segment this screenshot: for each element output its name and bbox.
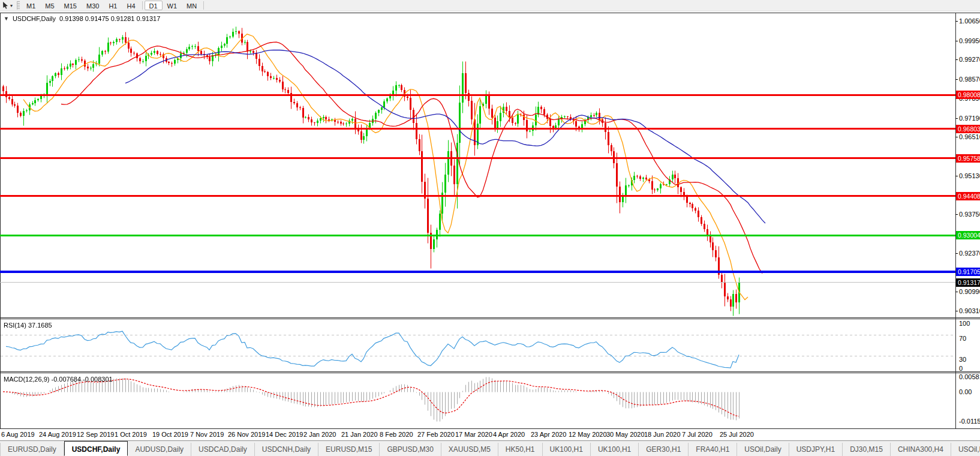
date-axis-label: 7 Jul 2020 <box>682 431 713 438</box>
level-price-badge: 0.91705 <box>956 268 980 276</box>
date-axis-label: 23 Apr 2020 <box>531 431 566 438</box>
date-axis-label: 12 May 2020 <box>569 431 607 438</box>
toolbar-separator <box>203 1 204 10</box>
date-axis-label: 25 Jul 2020 <box>720 431 754 438</box>
price-pane-bottom-border <box>0 317 980 318</box>
horizontal-level-line[interactable] <box>0 94 955 96</box>
horizontal-level-line[interactable] <box>0 271 955 273</box>
price-axis-tick-label: 0.98570 <box>959 76 980 83</box>
chart-tab-fra40-h1[interactable]: FRA40,H1 <box>689 443 737 456</box>
level-price-badge: 0.95758 <box>956 154 980 163</box>
timeframe-button-m1[interactable]: M1 <box>22 1 40 10</box>
horizontal-level-line[interactable] <box>0 235 955 236</box>
current-price-line[interactable] <box>0 282 955 283</box>
price-axis-tick-label: 0.99270 <box>959 56 980 63</box>
timeframe-buttons: M1M5M15M30H1H4D1W1MN <box>22 1 206 10</box>
chart-symbol-label: USDCHF,Daily <box>13 15 56 22</box>
price-axis-tick-label: 0.95130 <box>959 172 980 179</box>
price-axis-tick-mark <box>955 21 958 22</box>
horizontal-level-line[interactable] <box>0 128 955 130</box>
price-axis-tick-label: 0.97190 <box>959 115 980 122</box>
date-axis-label: 26 Nov 2019 <box>228 431 265 438</box>
price-axis-tick-mark <box>955 253 958 254</box>
horizontal-level-line[interactable] <box>0 195 955 197</box>
date-axis-label: 27 Feb 2020 <box>417 431 455 438</box>
price-axis-tick-mark <box>955 214 958 215</box>
price-axis-tick-mark <box>955 292 958 292</box>
date-axis-label: 8 Feb 2020 <box>380 431 413 438</box>
timeframe-button-h1[interactable]: H1 <box>104 1 122 10</box>
macd-indicator-canvas[interactable] <box>1 373 955 428</box>
chart-tab-usdjpy-h1[interactable]: USDJPY,H1 <box>789 443 843 456</box>
timeframe-button-d1[interactable]: D1 <box>145 1 163 10</box>
chart-tab-usoil-h[interactable]: USOil,H <box>951 443 980 456</box>
level-price-badge: 0.98008 <box>956 91 980 99</box>
chart-tab-dj30-m15[interactable]: DJ30,M15 <box>843 443 891 456</box>
macd-axis-tick-label: 0.00 <box>959 388 972 395</box>
timeframe-button-m5[interactable]: M5 <box>40 1 59 10</box>
rsi-axis-tick-label: 100 <box>959 320 970 327</box>
toolbar-grip[interactable] <box>17 1 20 10</box>
chart-title: ▼ USDCHF,Daily 0.91398 0.91475 0.91281 0… <box>4 15 160 22</box>
timeframe-button-mn[interactable]: MN <box>182 1 202 10</box>
price-axis-tick-mark <box>955 59 958 60</box>
chart-tab-gbpusd-m30[interactable]: GBPUSD,M30 <box>380 443 441 456</box>
timeframe-button-m30[interactable]: M30 <box>82 1 104 10</box>
date-axis-label: 17 Mar 2020 <box>455 431 492 438</box>
mt4-workspace: ▾ M1M5M15M30H1H4D1W1MN ▼ USDCHF,Daily 0.… <box>0 0 980 456</box>
price-axis-tick-label: 0.90310 <box>959 307 980 314</box>
cursor-icon <box>2 2 9 9</box>
rsi-pane-bottom-border[interactable] <box>0 371 980 372</box>
macd-pane-bottom-border <box>0 428 980 429</box>
chart-tab-xauusd-m5[interactable]: XAUUSD,M5 <box>441 443 498 456</box>
date-axis-label: 30 May 2020 <box>606 431 645 438</box>
macd-label: MACD(12,26,9) -0.007684 -0.008301 <box>4 376 113 383</box>
timeframe-button-w1[interactable]: W1 <box>163 1 182 10</box>
cursor-tool-button[interactable]: ▾ <box>0 1 15 11</box>
price-axis-tick-label: 0.93750 <box>959 211 980 218</box>
chart-tab-usdchf-daily[interactable]: USDCHF,Daily <box>64 441 128 456</box>
timeframe-button-h4[interactable]: H4 <box>122 1 140 10</box>
chart-tab-usoil-daily[interactable]: USOil,Daily <box>737 443 789 456</box>
level-price-badge: 0.94408 <box>956 192 980 200</box>
chart-tab-eurusd-m15[interactable]: EURUSD,M15 <box>318 443 380 456</box>
chart-tab-uk100-h1[interactable]: UK100,H1 <box>591 443 639 456</box>
toolbar-separator <box>142 1 143 10</box>
chart-tab-usdcad-daily[interactable]: USDCAD,Daily <box>191 443 255 456</box>
rsi-axis-tick-label: 30 <box>959 356 966 363</box>
collapse-caret-icon[interactable]: ▼ <box>4 16 9 22</box>
chart-tab-hk50-h1[interactable]: HK50,H1 <box>498 443 543 456</box>
chart-tab-uk100-h1[interactable]: UK100,H1 <box>543 443 591 456</box>
price-axis-border <box>955 13 956 429</box>
date-axis-label: 2 Jan 2020 <box>303 431 336 438</box>
price-axis-tick-label: 0.92370 <box>959 250 980 257</box>
chart-tab-usdcnh-daily[interactable]: USDCNH,Daily <box>255 443 318 456</box>
date-axis-label: 19 Oct 2019 <box>152 431 188 438</box>
rsi-indicator-canvas[interactable] <box>1 319 955 371</box>
macd-axis-tick-label: -0.01151 <box>959 418 980 425</box>
chart-tab-ger30-h1[interactable]: GER30,H1 <box>639 443 689 456</box>
date-axis-label: 14 Dec 2019 <box>266 431 303 438</box>
date-axis-label: 6 Aug 2019 <box>1 431 35 438</box>
date-axis-label: 12 Sep 2019 <box>77 431 114 438</box>
chart-tab-audusd-daily[interactable]: AUDUSD,Daily <box>128 443 191 456</box>
level-price-badge: 0.96803 <box>956 125 980 133</box>
level-price-badge: 0.93004 <box>956 231 980 239</box>
rsi-label: RSI(14) 37.1685 <box>4 322 52 329</box>
price-axis-tick-label: 1.00650 <box>959 17 980 25</box>
date-axis-label: 4 Apr 2020 <box>493 431 525 438</box>
timeframe-button-m15[interactable]: M15 <box>59 1 82 10</box>
date-axis-label: 18 Jun 2020 <box>644 431 681 438</box>
chart-tab-eurusd-daily[interactable]: EURUSD,Daily <box>0 443 64 456</box>
price-axis-tick-mark <box>955 176 958 176</box>
chart-tab-bar: EURUSD,DailyUSDCHF,DailyAUDUSD,DailyUSDC… <box>0 440 980 456</box>
timeframe-toolbar: ▾ M1M5M15M30H1H4D1W1MN <box>0 0 980 11</box>
horizontal-level-line[interactable] <box>0 157 955 159</box>
price-axis-tick-label: 0.96510 <box>959 133 980 140</box>
date-axis-label: 7 Nov 2019 <box>190 431 224 438</box>
chevron-down-icon: ▾ <box>10 3 13 8</box>
date-axis-label: 1 Oct 2019 <box>115 431 147 438</box>
chart-tab-china300-h4[interactable]: CHINA300,H4 <box>891 443 951 456</box>
current-price-badge: 0.91317 <box>956 278 980 287</box>
date-axis-label: 24 Aug 2019 <box>39 431 76 438</box>
